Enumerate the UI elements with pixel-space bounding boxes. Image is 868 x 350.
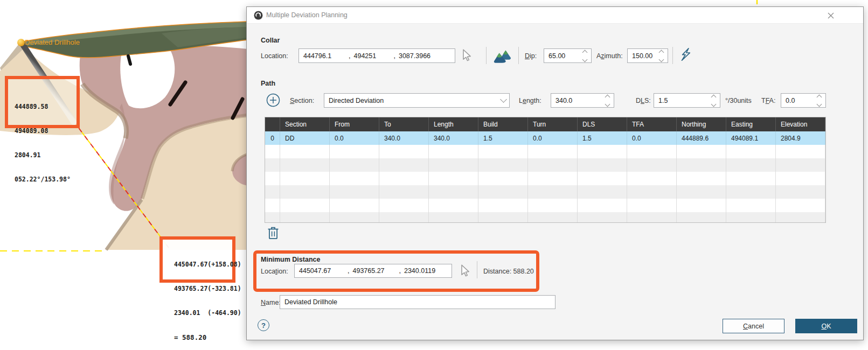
table-row-empty[interactable] [265,199,825,212]
annotation-line: 493765.27(-323.81) [174,285,232,293]
application-window: Deviated Drillhole 444889.58 494089.08 2… [0,0,868,350]
annotation-line: 052.22°/153.98° [15,176,77,184]
dip-label: Dip: [525,52,537,60]
collar-location-input[interactable]: 444796.1 , 494251 , 3087.3966 [298,48,455,63]
column-header[interactable] [265,117,280,131]
annotation-line: 494089.08 [15,127,77,135]
add-section-icon[interactable] [266,93,280,107]
table-cell[interactable]: 0.0 [330,131,379,145]
dls-input[interactable]: 1.5 [654,93,720,108]
table-row-empty[interactable] [265,172,825,185]
ok-button[interactable]: OK [795,319,857,333]
pick-min-distance-cursor-icon[interactable] [460,264,470,277]
collar-location-label: Location: [261,52,288,60]
collar-x-value: 444796.1 [303,52,345,60]
column-header[interactable]: Turn [528,117,578,131]
table-cell[interactable]: 444889.6 [677,131,726,145]
min-distance-x-value: 445047.67 [299,267,344,275]
path-table[interactable]: SectionFromToLengthBuildTurnDLSTFANorthi… [265,117,826,223]
column-header[interactable]: To [379,117,429,131]
section-dropdown[interactable]: Directed Deviation [324,93,510,108]
topography-icon[interactable] [494,48,513,63]
table-cell[interactable]: 0 [265,131,280,145]
column-header[interactable]: Length [429,117,478,131]
annotation-line: 444889.58 [15,103,77,111]
separator: , [393,52,395,60]
table-row-empty[interactable] [265,158,825,172]
table-cell[interactable]: 0.0 [627,131,677,145]
annotation-total-distance: = 588.20 [174,333,232,341]
pick-location-cursor-icon[interactable] [461,49,472,62]
min-distance-y-value: 493765.27 [352,267,395,275]
min-distance-location-input[interactable]: 445047.67 , 493765.27 , 2340.0119 [294,264,452,278]
annotation-line: 445047.67(+158.08) [174,261,232,269]
collar-section-label: Collar [261,37,280,44]
table-cell[interactable]: 340.0 [379,131,429,145]
name-input[interactable]: Deviated Drillhole [280,295,555,309]
table-header-row: SectionFromToLengthBuildTurnDLSTFANorthi… [265,117,825,131]
length-label: Length: [519,97,541,104]
column-header[interactable]: Northing [677,117,726,131]
separator: , [349,52,350,60]
chevron-down-icon [500,96,507,103]
column-header[interactable]: TFA [627,117,677,131]
annotation-line: 2340.01 (-464.90) [174,309,232,317]
table-cell[interactable]: DD [280,131,330,145]
table-row-empty[interactable] [265,185,825,199]
collar-annotation-box: 444889.58 494089.08 2804.91 052.22°/153.… [5,76,80,128]
min-distance-highlight: Minimum Distance Location: 445047.67 , 4… [253,250,539,292]
dip-direction-icon[interactable] [679,47,691,61]
table-cell[interactable]: 0.0 [528,131,578,145]
divider [486,47,487,64]
length-input[interactable]: 340.0 [551,93,614,108]
column-header[interactable]: Elevation [776,117,825,131]
tfa-spinner[interactable] [814,95,822,106]
tfa-value: 0.0 [786,97,795,104]
column-header[interactable]: DLS [578,117,627,131]
column-header[interactable]: Easting [726,117,776,131]
dip-spinner[interactable] [580,51,588,61]
table-cell[interactable]: 340.0 [429,131,478,145]
dls-spinner[interactable] [709,95,717,106]
collar-y-value: 494251 [353,52,390,60]
table-row-empty[interactable] [265,145,825,158]
minimum-distance-section-label: Minimum Distance [261,256,320,263]
table-cell[interactable]: 1.5 [478,131,528,145]
separator: , [348,267,349,275]
dls-label: DLS: [636,97,651,104]
name-value: Deviated Drillhole [284,298,337,306]
dip-input[interactable]: 65.00 [544,48,592,63]
azimuth-input[interactable]: 150.00 [627,48,668,63]
drillhole-label: Deviated Drillhole [25,38,80,46]
separator: , [399,267,400,275]
azimuth-value: 150.00 [632,52,652,60]
table-cell[interactable]: 494089.1 [726,131,776,145]
delete-section-icon[interactable] [267,226,280,240]
help-icon[interactable]: ? [258,319,269,331]
table-row-selected[interactable]: 0DD0.0340.0340.01.50.01.50.0444889.64940… [265,131,825,145]
dls-value: 1.5 [658,97,668,104]
column-header[interactable]: From [330,117,379,131]
column-header[interactable]: Build [478,117,528,131]
divider [518,47,519,64]
dialog-title: Multiple Deviation Planning [266,7,348,23]
dip-value: 65.00 [548,52,565,60]
tfa-input[interactable]: 0.0 [781,93,826,108]
table-row-empty[interactable] [265,212,825,223]
column-header[interactable]: Section [280,117,330,131]
dialog-titlebar[interactable]: Multiple Deviation Planning [247,7,863,24]
table-cell[interactable]: 1.5 [578,131,627,145]
table-cell[interactable]: 2804.9 [776,131,825,145]
collar-point-sphere[interactable] [17,39,25,46]
cancel-button[interactable]: Cancel [723,319,784,333]
tfa-label: TFA: [761,97,775,104]
azimuth-spinner[interactable] [656,51,664,61]
drillhole-trace [128,56,130,64]
section-field-label: Section: [290,97,314,104]
length-spinner[interactable] [602,95,610,106]
name-label: Name: [261,299,281,306]
min-distance-location-label: Location: [261,268,288,275]
dialog-multiple-deviation-planning: Multiple Deviation Planning Collar Locat… [246,6,864,340]
divider [672,47,673,64]
close-icon[interactable] [828,12,834,19]
